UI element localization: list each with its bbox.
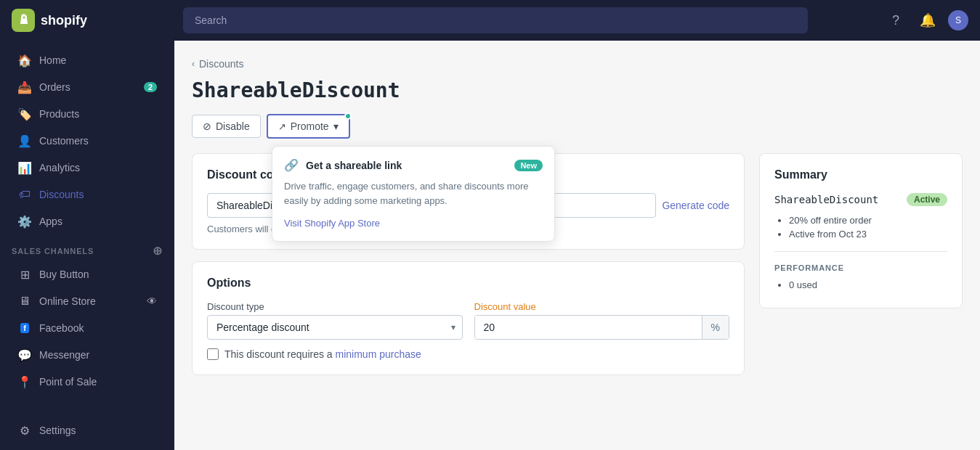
- logo-area: shopify: [12, 9, 171, 32]
- visit-app-store-link[interactable]: Visit Shopify App Store: [284, 218, 380, 229]
- promote-external-icon: ↗: [278, 121, 286, 132]
- generate-code-button[interactable]: Generate code: [662, 200, 729, 211]
- discount-type-group: Discount type Percentage discount Fixed …: [207, 301, 463, 340]
- sidebar-channel-buy-button[interactable]: ⊞Buy Button: [6, 261, 169, 287]
- promote-label: Promote: [291, 120, 329, 132]
- discount-type-label: Discount type: [207, 301, 463, 312]
- performance-item: 0 used: [789, 279, 947, 290]
- orders-icon: 📥: [17, 80, 32, 94]
- buy-button-channel-icon: ⊞: [17, 267, 32, 282]
- link-icon: 🔗: [284, 158, 299, 172]
- bell-icon[interactable]: 🔔: [916, 9, 939, 32]
- svg-point-0: [23, 17, 25, 19]
- dropdown-header: 🔗 Get a shareable link New: [284, 158, 543, 172]
- sidebar-item-products-label: Products: [39, 108, 79, 120]
- sidebar-item-analytics-label: Analytics: [39, 162, 80, 173]
- sales-channels-header: SALES CHANNELS ⊕: [0, 235, 174, 261]
- shopify-logo-icon: [12, 9, 35, 32]
- channel-messenger-label: Messenger: [39, 349, 89, 361]
- sidebar-item-customers-label: Customers: [39, 135, 89, 147]
- channel-pos-label: Point of Sale: [39, 376, 97, 388]
- avatar[interactable]: S: [948, 10, 968, 30]
- action-bar: ⊘ Disable ↗ Promote ▾ 🔗 Get a shareable …: [192, 114, 963, 139]
- online-store-visibility-icon[interactable]: 👁: [147, 295, 157, 307]
- channel-facebook-label: Facebook: [39, 322, 84, 334]
- sidebar-item-orders[interactable]: 📥Orders2: [6, 74, 169, 100]
- analytics-icon: 📊: [17, 160, 32, 175]
- sidebar-bottom: ⚙ Settings: [0, 411, 174, 444]
- new-badge: New: [514, 160, 543, 171]
- percent-suffix: %: [702, 316, 729, 339]
- sidebar-channel-facebook[interactable]: fFacebook: [6, 315, 169, 341]
- promote-notification-dot: [344, 112, 352, 120]
- sidebar: 🏠Home📥Orders2🏷️Products👤Customers📊Analyt…: [0, 41, 174, 450]
- channel-buy-button-label: Buy Button: [39, 269, 89, 280]
- sidebar-item-orders-label: Orders: [39, 81, 70, 93]
- sidebar-item-customers[interactable]: 👤Customers: [6, 128, 169, 154]
- sidebar-channel-messenger[interactable]: 💬Messenger: [6, 342, 169, 368]
- min-purchase-label: This discount requires a minimum purchas…: [224, 348, 421, 360]
- summary-divider: [774, 251, 947, 252]
- performance-section-title: PERFORMANCE: [774, 263, 947, 272]
- question-icon[interactable]: ?: [884, 9, 907, 32]
- promote-chevron-icon: ▾: [333, 120, 339, 132]
- discounts-icon: 🏷: [17, 187, 32, 202]
- sidebar-item-settings[interactable]: ⚙ Settings: [6, 417, 169, 443]
- discount-value-input[interactable]: [475, 316, 702, 339]
- dropdown-title: Get a shareable link: [306, 160, 507, 171]
- breadcrumb-chevron-icon: ‹: [192, 59, 195, 69]
- page-title: ShareableDiscount: [192, 78, 963, 102]
- orders-badge: 2: [144, 82, 157, 92]
- options-card: Options Discount type Percentage discoun…: [192, 261, 745, 375]
- discount-type-select[interactable]: Percentage discount Fixed amount discoun…: [207, 315, 463, 340]
- add-channel-icon[interactable]: ⊕: [153, 244, 163, 258]
- layout: 🏠Home📥Orders2🏷️Products👤Customers📊Analyt…: [0, 41, 980, 450]
- breadcrumb-label: Discounts: [199, 58, 243, 70]
- discount-value-label: Discount value: [474, 301, 730, 312]
- summary-details-list: 20% off entire order Active from Oct 23: [774, 215, 947, 240]
- summary-detail-item: 20% off entire order: [789, 215, 947, 226]
- summary-discount-name: ShareableDiscount: [774, 194, 878, 205]
- main-content: ‹ Discounts ShareableDiscount ⊘ Disable …: [174, 41, 980, 450]
- sidebar-channel-pos[interactable]: 📍Point of Sale: [6, 369, 169, 395]
- topbar-right: ? 🔔 S: [884, 9, 968, 32]
- discount-value-group: Discount value %: [474, 301, 730, 340]
- summary-card: Summary ShareableDiscount Active 20% off…: [759, 153, 963, 308]
- online-store-channel-icon: 🖥: [17, 294, 32, 308]
- min-purchase-row: This discount requires a minimum purchas…: [207, 348, 729, 360]
- pos-channel-icon: 📍: [17, 375, 32, 389]
- promote-dropdown: 🔗 Get a shareable link New Drive traffic…: [272, 146, 555, 242]
- breadcrumb[interactable]: ‹ Discounts: [192, 58, 963, 70]
- sidebar-channel-online-store[interactable]: 🖥Online Store👁: [6, 288, 169, 314]
- apps-icon: ⚙️: [17, 214, 32, 229]
- sidebar-item-label: Settings: [39, 425, 76, 436]
- options-card-title: Options: [207, 277, 729, 290]
- disable-label: Disable: [216, 120, 250, 132]
- channel-online-store-label: Online Store: [39, 295, 96, 307]
- summary-panel: Summary ShareableDiscount Active 20% off…: [759, 153, 963, 308]
- sidebar-item-products[interactable]: 🏷️Products: [6, 101, 169, 127]
- topbar: shopify ? 🔔 S: [0, 0, 980, 41]
- customers-icon: 👤: [17, 134, 32, 148]
- settings-icon: ⚙: [17, 423, 32, 438]
- sidebar-item-home[interactable]: 🏠Home: [6, 47, 169, 73]
- promote-button[interactable]: ↗ Promote ▾: [267, 114, 350, 139]
- facebook-channel-icon: f: [17, 321, 32, 335]
- minimum-purchase-link[interactable]: minimum purchase: [336, 348, 421, 360]
- sidebar-item-apps[interactable]: ⚙️Apps: [6, 208, 169, 234]
- disable-button[interactable]: ⊘ Disable: [192, 115, 261, 138]
- messenger-channel-icon: 💬: [17, 348, 32, 362]
- summary-name-row: ShareableDiscount Active: [774, 193, 947, 206]
- disable-icon: ⊘: [203, 120, 211, 132]
- performance-list: 0 used: [774, 279, 947, 290]
- search-input[interactable]: [183, 7, 808, 33]
- sidebar-item-discounts[interactable]: 🏷Discounts: [6, 181, 169, 208]
- sidebar-item-discounts-label: Discounts: [39, 189, 84, 200]
- sidebar-item-analytics[interactable]: 📊Analytics: [6, 155, 169, 181]
- sidebar-item-apps-label: Apps: [39, 216, 62, 227]
- options-form-row: Discount type Percentage discount Fixed …: [207, 301, 729, 340]
- summary-title: Summary: [774, 168, 947, 181]
- min-purchase-checkbox[interactable]: [207, 348, 219, 360]
- summary-detail-item: Active from Oct 23: [789, 229, 947, 240]
- logo-text: shopify: [41, 13, 87, 28]
